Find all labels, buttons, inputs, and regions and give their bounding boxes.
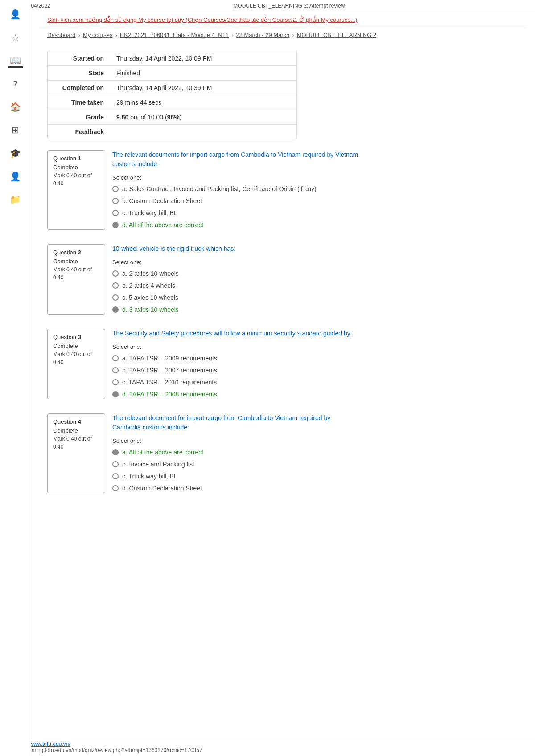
question-2-select-label: Select one:	[112, 259, 359, 266]
question-3-mark: Mark 0.40 out of 0.40	[53, 350, 99, 366]
breadcrumb-23march[interactable]: 23 March - 29 March	[236, 32, 289, 38]
sidebar-icon-person[interactable]: 👤	[8, 169, 23, 184]
summary-row-timetaken: Time taken 29 mins 44 secs	[48, 95, 296, 110]
question-1-option-d: d. All of the above are correct	[112, 221, 359, 230]
breadcrumb-module[interactable]: MODULE CBT_ELEARNING 2	[297, 32, 376, 38]
question-3-option-d-text: d. TAPA TSR – 2008 requirements	[122, 390, 217, 399]
question-3-radio-c[interactable]	[112, 379, 119, 385]
quiz-summary-table: Started on Thursday, 14 April 2022, 10:0…	[47, 51, 297, 139]
breadcrumb-sep-1: ›	[78, 32, 80, 38]
question-1-radio-c[interactable]	[112, 210, 119, 216]
question-1-option-a: a. Sales Contract, Invoice and Packing l…	[112, 184, 359, 194]
top-bar: 22:39, 14/04/2022 MODULE CBT_ELEARNING 2…	[0, 0, 535, 12]
question-3-block: Question 3 Complete Mark 0.40 out of 0.4…	[47, 329, 359, 399]
question-3-option-b-text: b. TAPA TSR – 2007 requirements	[122, 366, 217, 375]
page-title-label: MODULE CBT_ELEARNING 2: Attempt review	[233, 3, 345, 9]
question-3-radio-b[interactable]	[112, 367, 119, 373]
summary-label-feedback: Feedback	[48, 125, 110, 139]
question-1-option-a-text: a. Sales Contract, Invoice and Packing l…	[122, 184, 317, 194]
sidebar-icon-folder[interactable]: 📁	[8, 192, 23, 207]
sidebar-icon-question[interactable]: ?	[8, 77, 23, 91]
question-1-options: a. Sales Contract, Invoice and Packing l…	[112, 184, 359, 230]
question-2-radio-d[interactable]	[112, 306, 119, 313]
question-2-label-box: Question 2 Complete Mark 0.40 out of 0.4…	[47, 244, 105, 315]
question-4-option-c: c. Truck way bill, BL	[112, 472, 359, 481]
sidebar-icon-home[interactable]: 🏠	[8, 100, 23, 114]
question-4-select-label: Select one:	[112, 437, 359, 444]
breadcrumb-sep-2: ›	[115, 32, 117, 38]
summary-row-started: Started on Thursday, 14 April 2022, 10:0…	[48, 51, 296, 66]
question-4-option-a-text: a. All of the above are correct	[122, 448, 203, 457]
sidebar-icon-user[interactable]: 👤	[8, 7, 23, 21]
question-4-option-c-text: c. Truck way bill, BL	[122, 472, 177, 481]
question-4-label-box: Question 4 Complete Mark 0.40 out of 0.4…	[47, 413, 105, 493]
breadcrumb-dashboard[interactable]: Dashboard	[47, 32, 76, 38]
question-4-option-d-text: d. Custom Declaration Sheet	[122, 484, 202, 493]
summary-value-feedback	[110, 125, 296, 139]
breadcrumb-hk2[interactable]: HK2_2021_706041_Fiata - Module 4_N11	[120, 32, 229, 38]
question-1-radio-b[interactable]	[112, 198, 119, 204]
question-4-block: Question 4 Complete Mark 0.40 out of 0.4…	[47, 413, 359, 493]
question-4-radio-b[interactable]	[112, 461, 119, 467]
question-3-option-c-text: c. TAPA TSR – 2010 requirements	[122, 378, 217, 387]
question-2-option-d-text: d. 3 axles 10 wheels	[122, 305, 179, 315]
question-1-option-c-text: c. Truck way bill, BL	[122, 208, 177, 218]
question-4-text: The relevant document for import cargo f…	[112, 413, 359, 432]
question-4-option-d: d. Custom Declaration Sheet	[112, 484, 359, 493]
question-3-option-a: a. TAPA TSR – 2009 requirements	[112, 354, 359, 363]
summary-label-started: Started on	[48, 51, 110, 66]
summary-value-grade: 9.60 out of 10.00 (96%)	[110, 110, 296, 125]
question-4-option-a: a. All of the above are correct	[112, 448, 359, 457]
question-3-radio-d[interactable]	[112, 391, 119, 397]
question-4-content: The relevant document for import cargo f…	[112, 413, 359, 493]
summary-value-started: Thursday, 14 April 2022, 10:09 PM	[110, 51, 296, 66]
question-2-content: 10-wheel vehicle is the rigid truck whic…	[112, 244, 359, 315]
announcement-banner: Sinh viên xem hướng dẫn sử dụng My cours…	[40, 12, 526, 28]
sidebar-icon-star[interactable]: ☆	[8, 30, 23, 45]
question-2-option-c-text: c. 5 axles 10 wheels	[122, 293, 178, 302]
sidebar-icon-book[interactable]: 📖	[8, 53, 23, 68]
question-1-radio-a[interactable]	[112, 186, 119, 192]
question-4-options: a. All of the above are correct b. Invoi…	[112, 448, 359, 493]
main-content: Sinh viên xem hướng dẫn sử dụng My cours…	[31, 12, 535, 547]
question-3-status: Complete	[53, 342, 99, 351]
sidebar-icon-grid[interactable]: ⊞	[8, 123, 23, 137]
summary-row-grade: Grade 9.60 out of 10.00 (96%)	[48, 110, 296, 125]
question-3-select-label: Select one:	[112, 343, 359, 350]
question-4-radio-d[interactable]	[112, 485, 119, 491]
summary-label-completed: Completed on	[48, 81, 110, 95]
summary-label-timetaken: Time taken	[48, 95, 110, 110]
question-4-option-b: b. Invoice and Packing list	[112, 460, 359, 469]
question-3-content: The Security and Safety procedures will …	[112, 329, 359, 399]
question-1-radio-d[interactable]	[112, 222, 119, 228]
question-2-options: a. 2 axles 10 wheels b. 2 axles 4 wheels…	[112, 269, 359, 315]
question-2-radio-c[interactable]	[112, 294, 119, 301]
question-2-text: 10-wheel vehicle is the rigid truck whic…	[112, 244, 359, 253]
question-3-radio-a[interactable]	[112, 355, 119, 361]
sidebar-icon-diploma[interactable]: 🎓	[8, 146, 23, 160]
question-1-number: Question 1	[53, 154, 99, 163]
question-1-mark: Mark 0.40 out of 0.40	[53, 172, 99, 188]
question-4-radio-a[interactable]	[112, 449, 119, 455]
question-3-option-c: c. TAPA TSR – 2010 requirements	[112, 378, 359, 387]
question-1-text: The relevant documents for import cargo …	[112, 150, 359, 169]
question-2-number: Question 2	[53, 248, 99, 257]
breadcrumb-mycourses[interactable]: My courses	[83, 32, 112, 38]
question-2-status: Complete	[53, 257, 99, 266]
question-3-number: Question 3	[53, 333, 99, 342]
question-4-radio-c[interactable]	[112, 473, 119, 479]
question-2-radio-b[interactable]	[112, 282, 119, 289]
breadcrumb-sep-4: ›	[292, 32, 294, 38]
summary-label-grade: Grade	[48, 110, 110, 125]
question-3-option-b: b. TAPA TSR – 2007 requirements	[112, 366, 359, 375]
question-1-option-b-text: b. Custom Declaration Sheet	[122, 196, 202, 206]
question-2-radio-a[interactable]	[112, 270, 119, 277]
announcement-link[interactable]: Sinh viên xem hướng dẫn sử dụng My cours…	[47, 16, 357, 23]
question-2-option-c: c. 5 axles 10 wheels	[112, 293, 359, 302]
question-3-label-box: Question 3 Complete Mark 0.40 out of 0.4…	[47, 329, 105, 399]
question-4-number: Question 4	[53, 417, 99, 426]
question-1-option-d-text: d. All of the above are correct	[122, 221, 203, 230]
summary-row-completed: Completed on Thursday, 14 April 2022, 10…	[48, 81, 296, 95]
question-4-option-b-text: b. Invoice and Packing list	[122, 460, 194, 469]
question-1-select-label: Select one:	[112, 174, 359, 181]
